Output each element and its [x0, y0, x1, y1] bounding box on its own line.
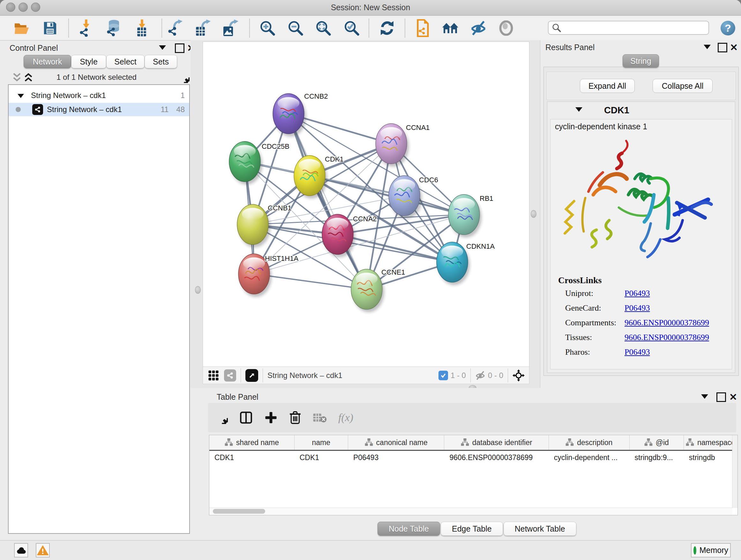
- show-columns-icon[interactable]: [239, 411, 253, 424]
- uniprot-link[interactable]: P06493: [624, 289, 650, 298]
- vertical-scrollbar[interactable]: [732, 435, 738, 508]
- column-header-shared-name[interactable]: shared name: [209, 435, 294, 450]
- tab-network[interactable]: Network: [23, 55, 71, 68]
- column-header-description[interactable]: description: [549, 435, 630, 450]
- share-document-icon[interactable]: [413, 19, 431, 37]
- panel-float-icon[interactable]: [718, 43, 727, 52]
- compartments-link[interactable]: 9606.ENSP00000378699: [624, 318, 709, 327]
- table-cell[interactable]: 9606.ENSP00000378699: [444, 453, 549, 462]
- memory-button[interactable]: Memory: [691, 543, 731, 557]
- open-session-icon[interactable]: [13, 19, 30, 37]
- grid-view-icon[interactable]: [208, 370, 219, 381]
- network-type-share-icon: [32, 104, 43, 115]
- help-button[interactable]: ?: [721, 21, 735, 36]
- table-cell[interactable]: CDK1: [294, 453, 348, 462]
- expand-all-button[interactable]: Expand All: [580, 79, 635, 93]
- toolbar-divider: [405, 19, 405, 37]
- cloud-button[interactable]: [14, 543, 28, 557]
- export-table-icon[interactable]: [194, 19, 212, 37]
- import-network-file-icon[interactable]: [77, 19, 95, 37]
- network-collection-row[interactable]: String Network – cdk1 1: [9, 89, 189, 102]
- network-graph[interactable]: CCNB2CCNA1CDC25BCDK1CDC6RB1CCNB1CCNA2CDK…: [203, 42, 529, 367]
- warning-button[interactable]: [36, 543, 50, 557]
- delete-column-trash-icon[interactable]: [289, 411, 301, 424]
- tab-sets[interactable]: Sets: [145, 55, 177, 68]
- table-cell[interactable]: cyclin-dependent ...: [549, 453, 630, 462]
- column-header-database-identifier[interactable]: database identifier: [444, 435, 549, 450]
- table-cell[interactable]: stringdb: [684, 453, 738, 462]
- zoom-out-icon[interactable]: [286, 19, 305, 37]
- search-input[interactable]: [561, 23, 709, 33]
- network-share-icon[interactable]: [224, 369, 236, 381]
- genecard-link[interactable]: P06493: [624, 303, 650, 313]
- left-splitter-handle[interactable]: [195, 286, 201, 294]
- toolbar-divider: [368, 19, 369, 37]
- network-options-gear-icon[interactable]: [178, 71, 190, 84]
- export-image-icon[interactable]: [222, 19, 240, 37]
- hide-graphics-eye-slash-icon[interactable]: [469, 19, 487, 37]
- selected-items-checkbox[interactable]: [439, 371, 448, 380]
- fit-content-crosshair-icon[interactable]: [513, 369, 525, 381]
- import-table-file-icon[interactable]: [133, 19, 151, 37]
- gene-caret-icon[interactable]: [576, 107, 583, 113]
- column-header-namespace[interactable]: namespace: [684, 435, 738, 450]
- network-edge-CDK1-RB1[interactable]: [310, 176, 464, 214]
- import-network-database-icon[interactable]: [105, 19, 122, 37]
- table-body: CDK1CDK1P064939606.ENSP00000378699cyclin…: [209, 451, 738, 464]
- save-session-icon[interactable]: [41, 19, 59, 37]
- collection-caret-icon[interactable]: [17, 91, 24, 100]
- refresh-icon[interactable]: [378, 19, 396, 37]
- table-cell[interactable]: stringdb:9...: [630, 453, 684, 462]
- tab-select[interactable]: Select: [106, 55, 145, 68]
- panel-close-icon[interactable]: ✕: [729, 391, 737, 402]
- hidden-items-eye-slash-icon[interactable]: [475, 370, 485, 381]
- add-column-plus-icon[interactable]: [264, 411, 278, 424]
- panel-float-icon[interactable]: [175, 44, 185, 53]
- zoom-fit-icon[interactable]: [314, 19, 332, 37]
- view-toolbar-divider: [241, 368, 241, 382]
- string-results-box: Expand All Collapse All CDK1 cyclin-depe…: [543, 67, 739, 376]
- network-view-area: CCNB2CCNA1CDC25BCDK1CDC6RB1CCNB1CCNA2CDK…: [191, 40, 540, 388]
- right-splitter-handle[interactable]: [531, 210, 536, 218]
- horizontal-scrollbar[interactable]: [209, 508, 732, 515]
- zoom-in-icon[interactable]: [259, 19, 276, 37]
- collapse-all-button[interactable]: Collapse All: [653, 79, 713, 93]
- panel-close-icon[interactable]: ✕: [730, 42, 738, 53]
- network-canvas[interactable]: CCNB2CCNA1CDC25BCDK1CDC6RB1CCNB1CCNA2CDK…: [203, 42, 529, 367]
- tab-network-table[interactable]: Network Table: [503, 522, 576, 536]
- birdseye-eye-icon[interactable]: [497, 19, 515, 37]
- zoom-selected-icon[interactable]: [343, 19, 360, 37]
- tab-style[interactable]: Style: [71, 55, 106, 68]
- pharos-link[interactable]: P06493: [624, 348, 650, 357]
- tissues-link[interactable]: 9606.ENSP00000378699: [624, 333, 709, 342]
- gene-section-header[interactable]: CDK1: [547, 102, 735, 118]
- table-cell[interactable]: CDK1: [209, 453, 294, 462]
- view-toolbar-divider: [263, 368, 263, 382]
- detach-view-icon[interactable]: [246, 369, 258, 382]
- tab-string[interactable]: String: [623, 54, 659, 68]
- table-options-gear-icon[interactable]: [215, 411, 228, 424]
- network-edge-CCNB2-CCNE1[interactable]: [288, 114, 367, 289]
- tab-edge-table[interactable]: Edge Table: [441, 522, 503, 536]
- panel-collapse-icon[interactable]: [701, 394, 708, 400]
- table-panel-title: Table Panel: [217, 392, 259, 401]
- panel-float-icon[interactable]: [717, 392, 726, 402]
- panel-collapse-icon[interactable]: [704, 45, 711, 51]
- homes-icon[interactable]: [441, 19, 459, 37]
- delete-table-icon[interactable]: [313, 412, 327, 423]
- application-window: Session: New Session: [0, 0, 741, 560]
- tab-node-table[interactable]: Node Table: [378, 522, 440, 536]
- export-network-icon[interactable]: [166, 19, 184, 37]
- panel-collapse-icon[interactable]: [159, 45, 166, 51]
- node-table[interactable]: shared namenamecanonical namedatabase id…: [209, 435, 738, 515]
- scrollbar-thumb[interactable]: [213, 509, 265, 514]
- column-header--id[interactable]: @id: [630, 435, 684, 450]
- column-header-name[interactable]: name: [294, 435, 348, 450]
- column-header-canonical-name[interactable]: canonical name: [348, 435, 445, 450]
- network-row-selected[interactable]: String Network – cdk1 11 48: [9, 103, 189, 116]
- node-label-CDKN1A: CDKN1A: [466, 242, 495, 250]
- table-row[interactable]: CDK1CDK1P064939606.ENSP00000378699cyclin…: [209, 451, 738, 464]
- main-toolbar: ?: [0, 16, 741, 41]
- function-builder-icon[interactable]: f(x): [338, 412, 353, 424]
- table-cell[interactable]: P06493: [348, 453, 445, 462]
